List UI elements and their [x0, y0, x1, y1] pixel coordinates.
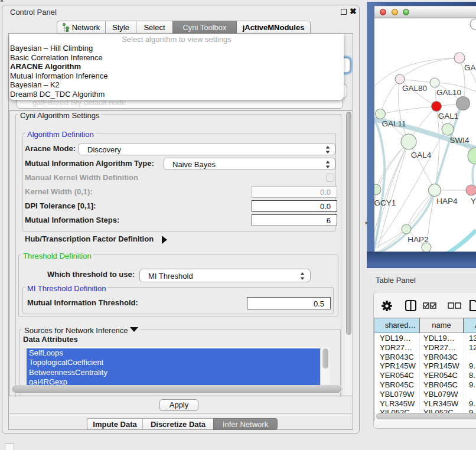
- svg-text:GAL1: GAL1: [438, 112, 459, 120]
- svg-text:GAL11: GAL11: [382, 119, 406, 128]
- svg-text:GAL2: GAL2: [464, 63, 476, 72]
- svg-text:GCY1: GCY1: [374, 198, 396, 207]
- svg-text:GAL4: GAL4: [411, 151, 432, 159]
- svg-text:GAL80: GAL80: [402, 84, 427, 93]
- svg-text:GAL10: GAL10: [436, 88, 461, 97]
- svg-text:YB: YB: [471, 197, 476, 206]
- svg-text:HAP4: HAP4: [436, 197, 458, 206]
- svg-text:HAP2: HAP2: [407, 235, 428, 244]
- svg-text:SWI4: SWI4: [449, 136, 469, 145]
